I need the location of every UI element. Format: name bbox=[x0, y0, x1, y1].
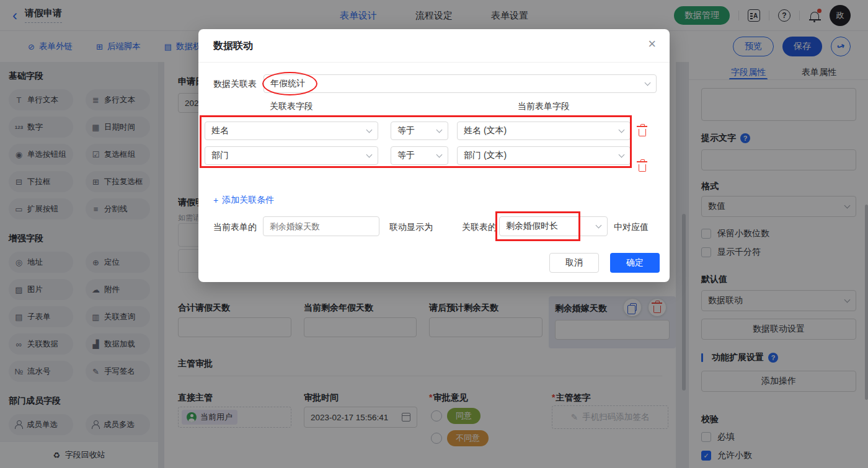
mapping-field-input[interactable] bbox=[263, 216, 379, 236]
cancel-button[interactable]: 取消 bbox=[549, 253, 599, 273]
condition2-link-field-select[interactable]: 部门 bbox=[205, 146, 378, 165]
mapping-middle-label: 联动显示为 bbox=[389, 222, 433, 233]
condition2-operator-select[interactable]: 等于 bbox=[391, 146, 448, 165]
condition2-delete-icon[interactable] bbox=[639, 164, 646, 172]
condition1-form-field-select[interactable]: 姓名 (文本) bbox=[457, 121, 631, 140]
modal-title: 数据联动 bbox=[213, 40, 253, 53]
close-icon[interactable]: × bbox=[648, 37, 656, 51]
chevron-down-icon bbox=[436, 127, 443, 133]
condition-left-value: 部门 bbox=[211, 150, 229, 161]
link-table-label: 数据关联表 bbox=[213, 79, 257, 90]
modal-header-divider bbox=[198, 62, 670, 63]
chevron-down-icon bbox=[645, 80, 651, 86]
condition-op-value: 等于 bbox=[397, 150, 415, 161]
chevron-down-icon bbox=[366, 127, 373, 133]
confirm-button[interactable]: 确定 bbox=[610, 253, 660, 273]
condition2-form-field-select[interactable]: 部门 (文本) bbox=[457, 146, 631, 165]
link-table-value: 年假统计 bbox=[270, 78, 305, 89]
condition-op-value: 等于 bbox=[397, 125, 415, 136]
column-header-link-fields: 关联表字段 bbox=[205, 101, 378, 112]
condition1-link-field-select[interactable]: 姓名 bbox=[205, 121, 378, 140]
chevron-down-icon bbox=[619, 152, 625, 158]
mapping-of-table-label: 关联表的 bbox=[462, 222, 497, 233]
condition-right-value: 部门 (文本) bbox=[464, 150, 507, 161]
chevron-down-icon bbox=[596, 223, 602, 229]
condition-right-value: 姓名 (文本) bbox=[464, 125, 507, 136]
chevron-down-icon bbox=[366, 152, 373, 158]
chevron-down-icon bbox=[436, 152, 443, 158]
mapping-target-value: 剩余婚假时长 bbox=[506, 221, 558, 232]
chevron-down-icon bbox=[619, 127, 625, 133]
condition1-delete-icon[interactable] bbox=[639, 129, 646, 136]
mapping-target-select[interactable]: 剩余婚假时长 bbox=[499, 216, 608, 236]
add-condition-label: 添加关联条件 bbox=[222, 195, 274, 206]
mapping-prefix-label: 当前表单的 bbox=[213, 222, 257, 233]
data-linkage-modal: 数据联动 × 数据关联表 年假统计 关联表字段 当前表单字段 姓名 等于 姓名 … bbox=[198, 29, 670, 282]
condition-left-value: 姓名 bbox=[211, 125, 229, 136]
mapping-suffix-label: 中对应值 bbox=[614, 222, 649, 233]
add-condition-link[interactable]: +添加关联条件 bbox=[213, 195, 274, 206]
column-header-current-fields: 当前表单字段 bbox=[457, 101, 631, 112]
plus-icon: + bbox=[213, 195, 218, 205]
link-table-select[interactable]: 年假统计 bbox=[264, 74, 657, 93]
condition1-operator-select[interactable]: 等于 bbox=[391, 121, 448, 140]
